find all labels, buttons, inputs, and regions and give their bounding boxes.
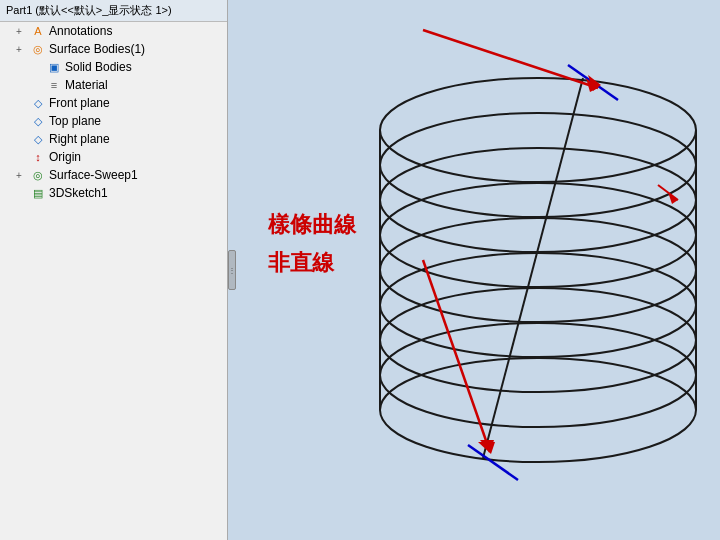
- sidebar-item-label-surface-sweep: Surface-Sweep1: [49, 168, 138, 182]
- svg-point-1: [380, 113, 696, 217]
- svg-line-11: [483, 78, 583, 458]
- svg-point-8: [380, 358, 696, 462]
- 3d-coil-view: [228, 0, 720, 540]
- sidebar-item-label-right-plane: Right plane: [49, 132, 110, 146]
- sidebar-item-label-solid-bodies: Solid Bodies: [65, 60, 132, 74]
- sidebar-item-top-plane[interactable]: ◇ Top plane: [0, 112, 227, 130]
- item-icon-front-plane: ◇: [30, 95, 46, 111]
- svg-point-7: [380, 323, 696, 427]
- sidebar-item-3dsketch[interactable]: ▤ 3DSketch1: [0, 184, 227, 202]
- svg-marker-21: [478, 442, 495, 454]
- sidebar-item-label-annotations: Annotations: [49, 24, 112, 38]
- sidebar-item-label-top-plane: Top plane: [49, 114, 101, 128]
- sidebar-item-label-surface-bodies: Surface Bodies(1): [49, 42, 145, 56]
- svg-line-18: [423, 260, 490, 452]
- sidebar-item-front-plane[interactable]: ◇ Front plane: [0, 94, 227, 112]
- sidebar-item-label-3dsketch: 3DSketch1: [49, 186, 108, 200]
- svg-line-13: [468, 445, 518, 480]
- item-icon-top-plane: ◇: [30, 113, 46, 129]
- item-icon-material: ≡: [46, 77, 62, 93]
- sidebar-item-surface-bodies[interactable]: + ◎ Surface Bodies(1): [0, 40, 227, 58]
- expand-icon: +: [16, 170, 30, 181]
- sidebar-item-solid-bodies[interactable]: ▣ Solid Bodies: [0, 58, 227, 76]
- item-icon-solid-bodies: ▣: [46, 59, 62, 75]
- sidebar-title: Part1 (默认<<默认>_显示状态 1>): [0, 0, 227, 22]
- svg-point-0: [380, 78, 696, 182]
- sidebar-item-label-origin: Origin: [49, 150, 81, 164]
- sidebar-item-origin[interactable]: ↕ Origin: [0, 148, 227, 166]
- sidebar-item-surface-sweep[interactable]: + ◎ Surface-Sweep1: [0, 166, 227, 184]
- item-icon-right-plane: ◇: [30, 131, 46, 147]
- expand-icon: +: [16, 26, 30, 37]
- item-icon-annotations: A: [30, 23, 46, 39]
- viewport[interactable]: ⋮ 樣條曲線 非直線: [228, 0, 720, 540]
- sidebar-item-annotations[interactable]: + A Annotations: [0, 22, 227, 40]
- item-icon-3dsketch: ▤: [30, 185, 46, 201]
- feature-tree: + A Annotations + ◎ Surface Bodies(1) ▣ …: [0, 22, 227, 202]
- svg-point-5: [380, 253, 696, 357]
- item-icon-origin: ↕: [30, 149, 46, 165]
- item-icon-surface-bodies: ◎: [30, 41, 46, 57]
- sidebar-item-label-material: Material: [65, 78, 108, 92]
- sidebar-item-material[interactable]: ≡ Material: [0, 76, 227, 94]
- svg-point-6: [380, 288, 696, 392]
- expand-icon: +: [16, 44, 30, 55]
- sidebar-item-label-front-plane: Front plane: [49, 96, 110, 110]
- item-icon-surface-sweep: ◎: [30, 167, 46, 183]
- sidebar-item-right-plane[interactable]: ◇ Right plane: [0, 130, 227, 148]
- sidebar: Part1 (默认<<默认>_显示状态 1>) + A Annotations …: [0, 0, 228, 540]
- svg-point-2: [380, 148, 696, 252]
